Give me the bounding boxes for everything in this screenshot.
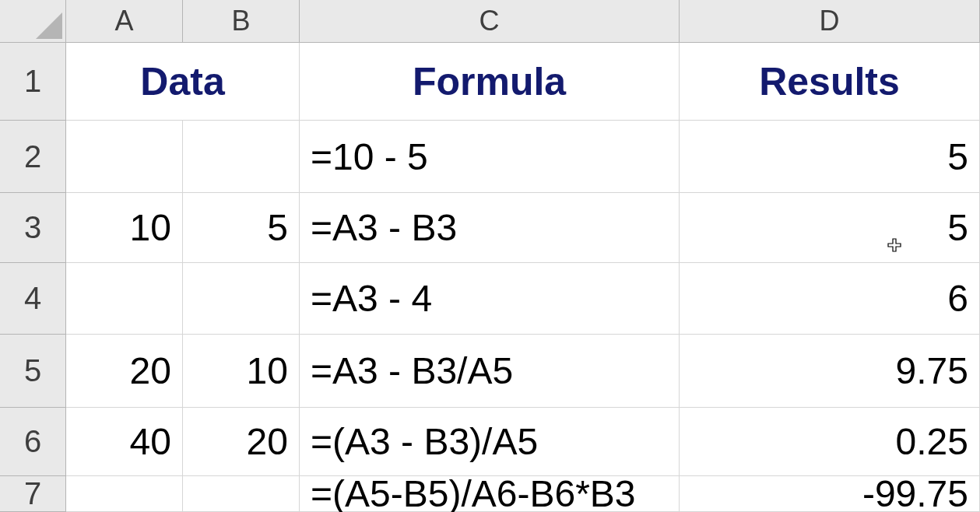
cell-d6[interactable]: 0.25 <box>680 408 980 476</box>
row-header-4[interactable]: 4 <box>0 263 66 335</box>
cell-d7[interactable]: -99.75 <box>680 476 980 512</box>
svg-marker-0 <box>36 12 62 39</box>
cell-d5[interactable]: 9.75 <box>680 335 980 408</box>
cell-b5[interactable]: 10 <box>183 335 300 408</box>
cell-b4[interactable] <box>183 263 300 335</box>
row-header-3[interactable]: 3 <box>0 193 66 263</box>
cell-d2[interactable]: 5 <box>680 121 980 193</box>
select-all-corner[interactable] <box>0 0 66 43</box>
row-header-6[interactable]: 6 <box>0 408 66 476</box>
cell-a7[interactable] <box>66 476 183 512</box>
cell-b2[interactable] <box>183 121 300 193</box>
cell-c1[interactable]: Formula <box>300 43 680 121</box>
column-header-a[interactable]: A <box>66 0 183 43</box>
row-header-7[interactable]: 7 <box>0 476 66 512</box>
cell-c5[interactable]: =A3 - B3/A5 <box>300 335 680 408</box>
row-header-1[interactable]: 1 <box>0 43 66 121</box>
column-header-c[interactable]: C <box>300 0 680 43</box>
cell-a5[interactable]: 20 <box>66 335 183 408</box>
cell-d4[interactable]: 6 <box>680 263 980 335</box>
cell-c3[interactable]: =A3 - B3 <box>300 193 680 263</box>
cell-b6[interactable]: 20 <box>183 408 300 476</box>
row-header-5[interactable]: 5 <box>0 335 66 408</box>
select-all-triangle-icon <box>36 12 62 39</box>
column-header-d[interactable]: D <box>680 0 980 43</box>
column-header-b[interactable]: B <box>183 0 300 43</box>
cell-d3[interactable]: 5 <box>680 193 980 263</box>
cell-a4[interactable] <box>66 263 183 335</box>
row-header-2[interactable]: 2 <box>0 121 66 193</box>
cell-c2[interactable]: =10 - 5 <box>300 121 680 193</box>
cell-a3[interactable]: 10 <box>66 193 183 263</box>
cell-c6[interactable]: =(A3 - B3)/A5 <box>300 408 680 476</box>
spreadsheet-grid: A B C D 1 Data Formula Results 2 =10 - 5… <box>0 0 980 512</box>
cell-a6[interactable]: 40 <box>66 408 183 476</box>
cell-c7[interactable]: =(A5-B5)/A6-B6*B3 <box>300 476 680 512</box>
cell-d1[interactable]: Results <box>680 43 980 121</box>
cell-a1-b1-merged[interactable]: Data <box>66 43 300 121</box>
cell-b3[interactable]: 5 <box>183 193 300 263</box>
cell-a2[interactable] <box>66 121 183 193</box>
cell-b7[interactable] <box>183 476 300 512</box>
cell-c4[interactable]: =A3 - 4 <box>300 263 680 335</box>
